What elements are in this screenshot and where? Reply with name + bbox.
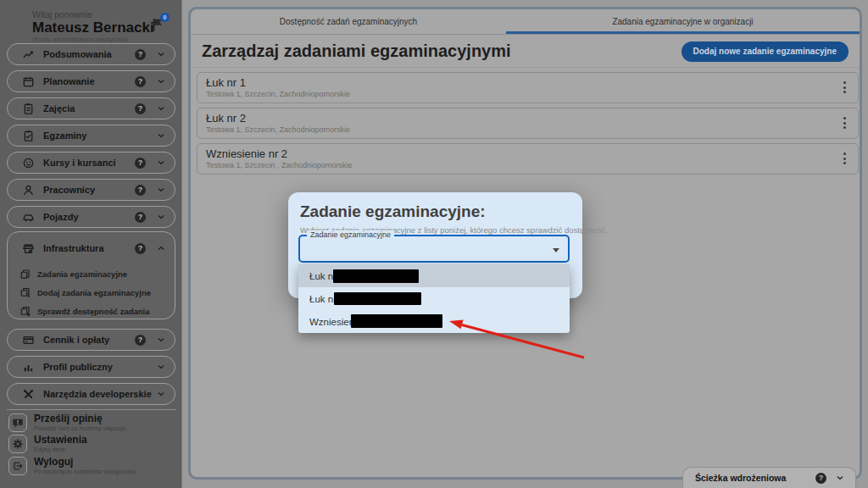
exam-task-dropdown: Łuk nr 1 Łuk nr 2( Wzniesienie nr 2( <box>298 264 570 333</box>
help-icon[interactable]: ? <box>135 49 146 60</box>
sidebar-subitem-sprawdz-dostepnosc[interactable]: Sprawdź dostępność zadania <box>19 303 172 319</box>
task-location: Testowa 1, Szczecin, Zachodniopomorskie <box>206 125 858 134</box>
sidebar-item-pojazdy[interactable]: Pojazdy ? <box>7 206 175 228</box>
sidebar-subitem-zadania-egzaminacyjne[interactable]: Zadania egzaminacyjne <box>19 266 172 281</box>
user-role: (Konto administratora założyciela) <box>32 36 128 43</box>
clipboard-check-icon <box>22 130 35 142</box>
feedback-icon <box>8 413 27 432</box>
dropdown-option-wzniesienie-2[interactable]: Wzniesienie nr 2( <box>298 310 570 333</box>
trending-chart-icon <box>22 48 35 61</box>
chevron-down-icon[interactable] <box>156 130 166 141</box>
task-location: Testowa 1, Szczecin, Zachodniopomorskie <box>206 90 858 98</box>
calendar-icon <box>22 75 35 88</box>
tab-label: Zadania egzaminacyjne w organizacji <box>612 17 753 26</box>
logout-label: Wyloguj <box>34 457 136 467</box>
kebab-menu-icon[interactable] <box>843 117 846 129</box>
chevron-down-icon[interactable] <box>156 335 166 345</box>
help-icon[interactable]: ? <box>135 76 146 87</box>
settings-sublabel: Edytuj dane <box>34 446 87 452</box>
task-name: Wzniesienie nr 2 <box>206 147 858 160</box>
task-card[interactable]: Łuk nr 2 Testowa 1, Szczecin, Zachodniop… <box>197 108 859 139</box>
feedback-label: Prześlij opinię <box>34 413 126 424</box>
chevron-down-icon[interactable] <box>156 158 166 168</box>
sidebar-item-label: Infrastruktura <box>43 243 135 253</box>
logout-button[interactable]: WylogujPo naciśnięciu zostaniesz wylogow… <box>8 457 175 477</box>
help-icon[interactable]: ? <box>815 473 826 484</box>
sidebar-subitem-label: Sprawdź dostępność zadania <box>37 307 150 316</box>
feedback-button[interactable]: Prześlij opinięPowiedz nam co możemy ule… <box>8 413 175 434</box>
tab-label: Dostępność zadań egzaminacyjnych <box>280 17 417 26</box>
sidebar-item-label: Pojazdy <box>43 212 135 222</box>
payment-card-icon <box>22 334 35 347</box>
store-icon <box>22 242 35 255</box>
onboarding-panel[interactable]: Ścieżka wdrożeniowa ? <box>682 467 856 488</box>
sidebar-item-label: Planowanie <box>43 76 135 86</box>
chevron-down-icon[interactable] <box>156 212 166 222</box>
sidebar-item-planowanie[interactable]: Planowanie ? <box>7 70 175 92</box>
sidebar-item-podsumowania[interactable]: Podsumowania ? <box>7 43 175 65</box>
feedback-sublabel: Powiedz nam co możemy ulepszyć <box>34 425 126 431</box>
sidebar-item-infrastruktura[interactable]: Infrastruktura ? <box>8 237 175 259</box>
help-icon[interactable]: ? <box>135 158 146 169</box>
help-icon[interactable]: ? <box>135 185 146 196</box>
chevron-down-icon[interactable] <box>156 103 166 114</box>
notification-badge: 0 <box>160 13 170 22</box>
kebab-menu-icon[interactable] <box>843 152 846 164</box>
add-exam-task-button[interactable]: Dodaj nowe zadanie egzaminacyjne <box>682 42 849 62</box>
help-icon[interactable]: ? <box>135 335 146 346</box>
logout-sublabel: Po naciśnięciu zostaniesz wylogowany <box>34 469 136 474</box>
person-icon <box>22 184 35 197</box>
chevron-down-icon[interactable] <box>156 389 166 399</box>
tab-bar: Dostępność zadań egzaminacyjnych Zadania… <box>191 9 860 35</box>
page-header: Zarządzaj zadaniami egzaminacyjnymi Doda… <box>191 36 860 68</box>
user-name: Mateusz Bernacki <box>32 19 154 36</box>
task-name: Łuk nr 1 <box>206 76 858 89</box>
sidebar-item-label: Podsumowania <box>43 49 135 59</box>
sidebar-item-kursy-i-kursanci[interactable]: Kursy i kursanci ? <box>7 152 175 174</box>
greeting-text: Witaj ponownie <box>32 9 92 19</box>
sidebar-item-egzaminy[interactable]: Egzaminy <box>7 125 175 147</box>
tools-icon <box>22 388 35 401</box>
tab-dostepnosc-zadan[interactable]: Dostępność zadań egzaminacyjnych <box>191 9 506 34</box>
sidebar-item-label: Egzaminy <box>43 130 156 141</box>
sidebar-item-zajecia[interactable]: Zajęcia ? <box>7 97 175 119</box>
settings-button[interactable]: UstawieniaEdytuj dane <box>8 435 175 455</box>
chevron-down-icon[interactable] <box>156 362 166 372</box>
chevron-down-icon[interactable] <box>835 473 845 483</box>
tab-zadania-w-organizacji[interactable]: Zadania egzaminacyjne w organizacji <box>506 9 860 34</box>
page-title: Zarządzaj zadaniami egzaminacyjnymi <box>202 42 682 61</box>
sidebar-subitem-dodaj-zadania[interactable]: Dodaj zadania egzaminacyjne <box>19 285 172 300</box>
select-floating-label: Zadanie egzaminacyjne <box>307 230 394 239</box>
chevron-down-icon[interactable] <box>156 76 166 86</box>
notifications-button[interactable]: 0 <box>149 16 166 33</box>
sidebar-item-profil-publiczny[interactable]: Profil publiczny <box>7 356 175 378</box>
sidebar: Witaj ponownie Mateusz Bernacki (Konto a… <box>0 0 182 488</box>
help-icon[interactable]: ? <box>135 103 146 114</box>
chevron-down-icon[interactable] <box>156 49 166 59</box>
sidebar-item-narzedzia-developerskie[interactable]: Narzędzia developerskie <box>7 383 175 405</box>
sidebar-item-cennik[interactable]: Cennik i opłaty ? <box>7 329 175 351</box>
task-card[interactable]: Wzniesienie nr 2 Testowa 1, Szczecin , Z… <box>197 143 859 175</box>
sidebar-group-infrastruktura: Infrastruktura ? Zadania egzaminacyjne D… <box>7 231 175 319</box>
kebab-menu-icon[interactable] <box>843 81 846 93</box>
onboarding-label: Ścieżka wdrożeniowa <box>695 473 815 483</box>
chevron-down-icon[interactable] <box>156 185 166 195</box>
exam-task-select[interactable]: Zadanie egzaminacyjne <box>298 235 570 263</box>
sidebar-subitem-label: Dodaj zadania egzaminacyjne <box>37 288 151 297</box>
sidebar-divider <box>7 409 176 410</box>
sidebar-item-pracownicy[interactable]: Pracownicy ? <box>7 179 175 201</box>
dropdown-option-luk-1[interactable]: Łuk nr 1 <box>298 264 570 287</box>
logout-icon <box>8 457 27 475</box>
pages-check-icon <box>19 306 31 317</box>
help-icon[interactable]: ? <box>135 212 146 223</box>
gear-icon <box>8 435 27 453</box>
redaction-box <box>333 269 419 283</box>
dialog-title: Zadanie egzaminacyjne: <box>300 202 486 221</box>
sidebar-item-label: Cennik i opłaty <box>43 335 135 345</box>
chevron-up-icon[interactable] <box>156 243 166 253</box>
active-tab-indicator <box>506 31 860 34</box>
task-card[interactable]: Łuk nr 1 Testowa 1, Szczecin, Zachodniop… <box>197 72 859 103</box>
task-name: Łuk nr 2 <box>206 112 858 125</box>
dropdown-option-luk-2[interactable]: Łuk nr 2( <box>298 287 570 310</box>
help-icon[interactable]: ? <box>135 243 146 254</box>
